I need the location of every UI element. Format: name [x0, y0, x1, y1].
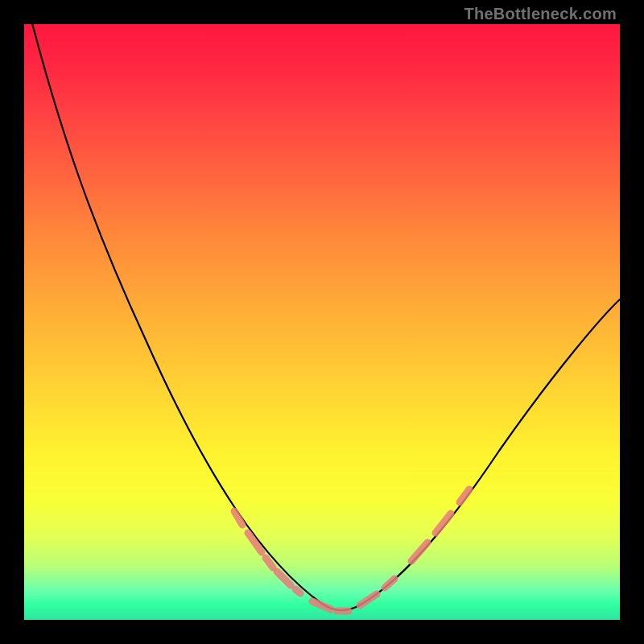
overlay-dash-4: [295, 589, 300, 593]
overlay-dash-11: [460, 489, 469, 502]
overlay-dash-10: [436, 514, 451, 533]
overlay-dash-2: [266, 558, 273, 568]
overlay-dash-9: [411, 543, 427, 561]
overlay-dash-8: [385, 579, 394, 588]
chart-plot-area: [24, 24, 620, 620]
chart-svg: [24, 24, 620, 620]
chart-overlay-dashes: [234, 489, 469, 611]
chart-main-curve: [24, 0, 621, 610]
overlay-dash-7: [360, 594, 377, 605]
overlay-dash-5: [312, 601, 331, 609]
watermark-text: TheBottleneck.com: [464, 5, 617, 23]
overlay-dash-0: [234, 511, 242, 525]
overlay-dash-3: [277, 572, 291, 585]
